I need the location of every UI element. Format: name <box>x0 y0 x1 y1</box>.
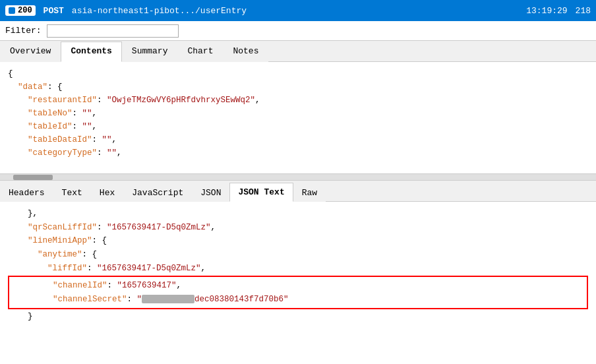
request-time: 13:19:29 <box>526 6 567 16</box>
status-badge: 200 <box>5 5 36 16</box>
tab-overview[interactable]: Overview <box>0 42 61 62</box>
horizontal-scrollbar[interactable] <box>0 174 596 181</box>
tab-summary[interactable]: Summary <box>122 42 178 62</box>
tab-text[interactable]: Text <box>53 183 91 202</box>
request-url: asia-northeast1-pibot.../userEntry <box>72 6 518 16</box>
tab-javascript[interactable]: JavaScript <box>123 183 192 202</box>
json-bottom-after: } <box>8 310 588 324</box>
tab-raw[interactable]: Raw <box>293 183 326 202</box>
json-bottom-content: }, "qrScanLiffId": "1657639417-D5q0ZmLz"… <box>0 202 596 346</box>
request-row: 200 POST asia-northeast1-pibot.../userEn… <box>0 0 596 21</box>
request-method: POST <box>44 6 64 16</box>
request-size: 218 <box>576 6 591 16</box>
redacted-value <box>142 295 194 303</box>
tab-json-text[interactable]: JSON Text <box>229 183 293 202</box>
status-dot <box>9 7 15 14</box>
filter-bar: Filter: <box>0 21 596 41</box>
tabs-bottom: Headers Text Hex JavaScript JSON JSON Te… <box>0 181 596 202</box>
tab-json[interactable]: JSON <box>192 183 229 202</box>
filter-input[interactable] <box>47 24 179 38</box>
tab-chart[interactable]: Chart <box>177 42 223 62</box>
json-bottom-pre: }, "qrScanLiffId": "1657639417-D5q0ZmLz"… <box>8 207 588 275</box>
scrollbar-thumb[interactable] <box>13 175 53 180</box>
tab-notes[interactable]: Notes <box>223 42 268 62</box>
filter-label: Filter: <box>5 26 42 36</box>
json-top-pre: { "data": { "restaurantId": "OwjeTMzGwVY… <box>8 67 588 160</box>
tabs-top: Overview Contents Summary Chart Notes <box>0 41 596 62</box>
highlight-line-2: "channelSecret": "dec08380143f7d70b6" <box>13 293 583 307</box>
highlight-line-1: "channelId": "1657639417", <box>13 279 583 293</box>
highlight-box: "channelId": "1657639417", "channelSecre… <box>8 276 588 309</box>
tab-contents[interactable]: Contents <box>61 42 121 62</box>
json-top-content: { "data": { "restaurantId": "OwjeTMzGwVY… <box>0 62 596 174</box>
tab-headers[interactable]: Headers <box>0 183 53 202</box>
tab-hex[interactable]: Hex <box>91 183 123 202</box>
status-code: 200 <box>18 6 32 15</box>
